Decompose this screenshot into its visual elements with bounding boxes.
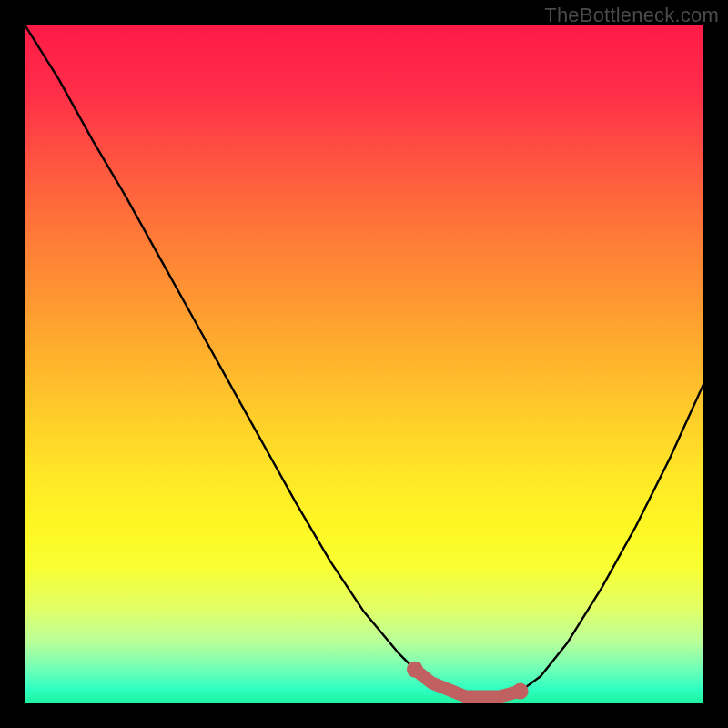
marker-dot-left [407, 662, 423, 678]
watermark-text: TheBottleneck.com [544, 4, 719, 27]
chart-svg [25, 25, 703, 703]
marker-band [415, 670, 521, 697]
curve-path [25, 25, 703, 697]
plot-area [25, 25, 703, 703]
marker-dot-right [512, 683, 529, 700]
